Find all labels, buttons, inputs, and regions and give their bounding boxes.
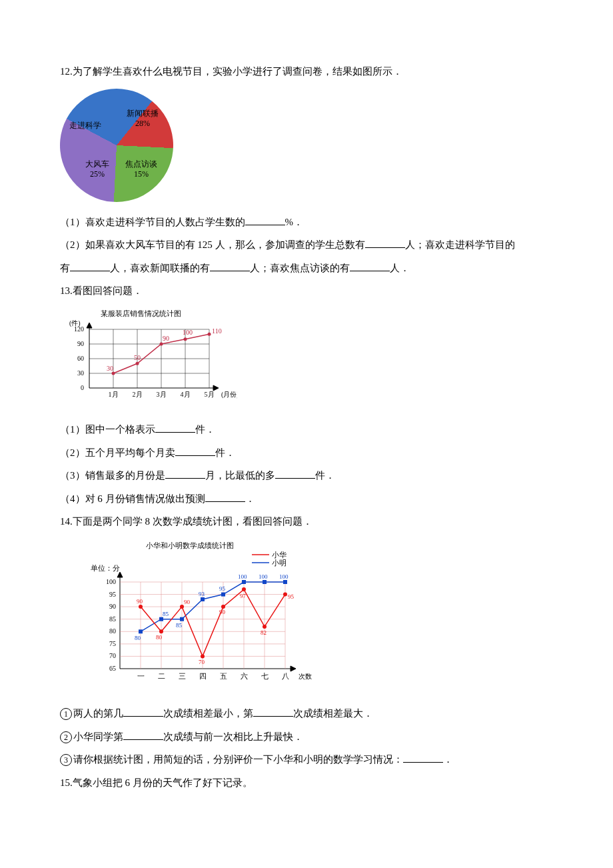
svg-point-52	[242, 587, 246, 591]
q13-sub3: （3）销售最多的月份是月，比最低的多件．	[60, 464, 553, 487]
question-text: 次成绩相差最小，第	[163, 708, 253, 719]
question-text: （1）图中一个格表示	[60, 424, 155, 435]
pie-label-science: 走进科学	[69, 121, 101, 131]
svg-point-16	[184, 337, 187, 341]
tick-label: 五	[220, 672, 227, 680]
q14-prompt: 14.下面是两个同学 8 次数学成绩统计图，看图回答问题．	[60, 510, 553, 533]
q13-prompt: 13.看图回答问题．	[60, 279, 553, 303]
data-label: 100	[183, 329, 193, 336]
question-text: 月，比最低的多	[205, 470, 275, 481]
fill-blank[interactable]	[210, 261, 250, 271]
pie-label-news: 新闻联播 28%	[127, 109, 159, 129]
q14-sub2: 2小华同学第次成绩与前一次相比上升最快．	[60, 725, 553, 749]
q12-sub2-line2: 有人，喜欢新闻联播的有人；喜欢焦点访谈的有人．	[60, 257, 553, 280]
svg-rect-41	[180, 617, 184, 621]
fill-blank[interactable]	[123, 706, 163, 717]
q14-sub1: 1两人的第几次成绩相差最小，第次成绩相差最大．	[60, 702, 553, 725]
svg-point-54	[283, 592, 287, 596]
fill-blank[interactable]	[70, 261, 110, 271]
data-label: 70	[199, 659, 205, 665]
question-text: 人．	[390, 263, 410, 273]
fill-blank[interactable]	[165, 468, 205, 479]
question-text: ．	[443, 754, 453, 765]
fill-blank[interactable]	[365, 237, 405, 248]
tick-label: 30	[77, 369, 84, 377]
tick-label: 2月	[133, 391, 143, 398]
q13-sub4: （4）对 6 月份销售情况做出预测．	[60, 487, 553, 511]
svg-point-14	[136, 361, 139, 365]
fill-blank[interactable]	[403, 752, 443, 763]
q13-sub2: （2）五个月平均每个月卖件．	[60, 441, 553, 465]
pie-slice-label: 新闻联播	[127, 109, 159, 118]
question-text: 人，喜欢新闻联播的有	[110, 263, 210, 273]
circled-number-icon: 1	[60, 708, 72, 720]
question-text: 人；喜欢走进科学节目的	[405, 239, 515, 250]
circled-number-icon: 2	[60, 731, 72, 743]
fill-blank[interactable]	[175, 445, 215, 456]
tick-label: 四	[199, 672, 207, 680]
svg-point-17	[208, 332, 211, 335]
svg-point-49	[180, 605, 184, 609]
data-label: 80	[135, 635, 141, 641]
chart-title: 某服装店销售情况统计图	[101, 309, 181, 317]
question-text: ．	[245, 493, 255, 504]
question-text: 两人的第几	[73, 708, 123, 719]
question-text: 人；喜欢焦点访谈的有	[250, 263, 350, 273]
question-text: （2）如果喜欢大风车节目的有 125 人，那么，参加调查的学生总数有	[60, 239, 365, 250]
q13-sub1: （1）图中一个格表示件．	[60, 418, 553, 441]
question-text: 请你根据统计图，用简短的话，分别评价一下小华和小明的数学学习情况：	[73, 754, 403, 765]
multi-line-chart-icon: 小华和小明数学成绩统计图 小华 小明 单位：分 100 95 90 85 80 …	[87, 539, 313, 689]
y-axis-label: 单位：分	[91, 564, 120, 572]
question-text: 件．	[195, 424, 215, 435]
tick-label: 60	[77, 355, 84, 362]
svg-marker-2	[87, 323, 92, 328]
fill-blank[interactable]	[155, 422, 195, 433]
fill-blank[interactable]	[253, 706, 293, 717]
svg-rect-40	[159, 617, 163, 621]
svg-point-47	[139, 605, 143, 609]
data-label: 110	[212, 327, 222, 335]
tick-label: 95	[109, 590, 116, 597]
q12-sub1: （1）喜欢走进科学节目的人数占学生数的%．	[60, 211, 553, 234]
tick-label: 三	[179, 672, 186, 680]
tick-label: 5月	[205, 391, 215, 398]
tick-label: 七	[261, 672, 269, 680]
tick-label: 75	[109, 639, 116, 647]
pie-slice-percent: 28%	[135, 119, 150, 128]
question-text: （4）对 6 月份销售情况做出预测	[60, 493, 205, 504]
q14-line-chart: 小华和小明数学成绩统计图 小华 小明 单位：分 100 95 90 85 80 …	[87, 539, 553, 697]
svg-marker-22	[117, 572, 123, 577]
pie-icon	[40, 69, 193, 222]
fill-blank[interactable]	[350, 261, 390, 271]
pie-label-windmill: 大风车 25%	[85, 159, 109, 179]
fill-blank[interactable]	[245, 215, 285, 225]
fill-blank[interactable]	[205, 491, 245, 502]
tick-label: 0	[81, 384, 84, 391]
data-label: 80	[156, 634, 163, 641]
q14-sub3: 3请你根据统计图，用简短的话，分别评价一下小华和小明的数学学习情况：．	[60, 748, 553, 771]
svg-marker-3	[213, 385, 219, 391]
tick-label: 二	[158, 672, 165, 680]
q12-sub2-line1: （2）如果喜欢大风车节目的有 125 人，那么，参加调查的学生总数有人；喜欢走进…	[60, 233, 553, 257]
pie-slice-label: 走进科学	[69, 121, 101, 130]
tick-label: 90	[77, 340, 84, 347]
tick-label: 80	[109, 627, 116, 635]
x-axis-label: 次数	[299, 673, 312, 680]
svg-point-13	[112, 371, 115, 375]
tick-label: 1月	[109, 391, 119, 398]
svg-rect-46	[283, 580, 287, 584]
fill-blank[interactable]	[123, 729, 163, 740]
tick-label: 90	[109, 603, 116, 610]
svg-rect-44	[242, 580, 246, 584]
q12-pie-chart: 新闻联播 28% 焦点访谈 15% 大风车 25% 走进科学	[60, 89, 193, 205]
tick-label: 70	[109, 652, 116, 659]
tick-label: 85	[109, 615, 116, 622]
line-chart-icon: 某服装店销售情况统计图 (件) 0 30 60 90 120 30 50 90 …	[64, 308, 237, 405]
data-label: 100	[238, 573, 247, 580]
question-text: 件．	[215, 447, 235, 458]
data-label: 95	[219, 585, 226, 592]
fill-blank[interactable]	[275, 468, 315, 479]
question-text: %．	[285, 217, 304, 227]
data-label: 82	[261, 629, 267, 636]
question-text: 次成绩相差最大．	[293, 708, 373, 719]
